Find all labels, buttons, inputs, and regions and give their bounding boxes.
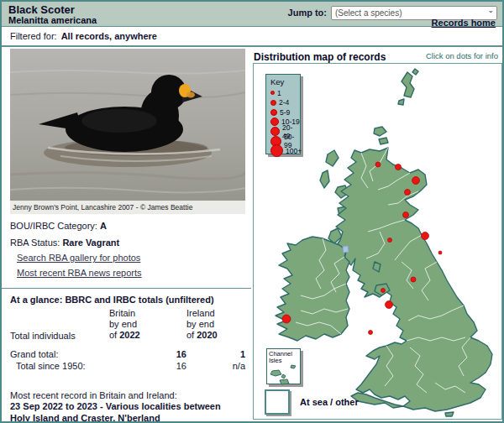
map-key: Key 12-45-910-1920-4950-99100+ [265, 74, 301, 154]
recent-record-line2: Holy Island and Craster, N'berland [10, 412, 245, 423]
grand-total-ireland: 1 [186, 348, 245, 360]
filter-bar: Filtered for:All records, anywhere [2, 27, 502, 47]
species-info-panel: Jenny Brown's Point, Lancashire 2007 - ©… [2, 47, 251, 422]
key-item-label: 5-9 [280, 108, 290, 117]
record-dot[interactable] [369, 331, 373, 335]
bou-category-value: A [100, 221, 107, 231]
records-home-link[interactable]: Records home [432, 18, 496, 28]
record-dot[interactable] [388, 238, 392, 243]
since-1950-britain: 16 [109, 360, 186, 372]
at-sea-label: At sea / other [300, 397, 359, 407]
map-key-title: Key [270, 77, 300, 86]
news-reports-link[interactable]: Most recent RBA news reports [17, 268, 245, 278]
species-records-page: Black Scoter Melanitta americana Jump to… [0, 0, 504, 423]
lough-neagh [343, 246, 349, 253]
filter-label: Filtered for: [10, 31, 57, 41]
key-item-label: 2-4 [279, 98, 289, 107]
at-sea-box[interactable] [265, 389, 290, 415]
key-dot-icon [270, 144, 283, 157]
totals-row-label: Total individuals [10, 307, 109, 342]
key-dot-icon [270, 118, 279, 126]
record-dot[interactable] [386, 301, 393, 309]
rba-status-label: RBA Status: [10, 238, 60, 248]
photo-caption: Jenny Brown's Point, Lancashire 2007 - ©… [10, 201, 245, 214]
key-dot-icon [270, 91, 275, 95]
recent-record-label: Most recent record in Britain and Irelan… [10, 390, 245, 400]
key-item: 100+ [270, 146, 300, 156]
table-row: Grand total: 16 1 [10, 348, 245, 360]
key-item: 2-4 [270, 98, 300, 108]
channel-isles-map [267, 364, 300, 386]
recent-record-line1: 23 Sep 2022 to 2023 - Various localities… [10, 400, 245, 412]
key-dot-icon [270, 109, 277, 116]
key-item-label: 1 [277, 89, 281, 97]
record-dot[interactable] [412, 177, 420, 185]
rba-status-value: Rare Vagrant [62, 238, 119, 248]
jump-to-label: Jump to: [288, 8, 327, 18]
grand-total-britain: 16 [109, 348, 186, 360]
key-item-label: 100+ [286, 147, 302, 155]
key-item: 1 [270, 88, 300, 98]
record-dot[interactable] [411, 277, 416, 282]
gallery-link[interactable]: Search RBA gallery for photos [17, 253, 245, 263]
header-bar: Black Scoter Melanitta americana Jump to… [2, 2, 502, 27]
record-dot[interactable] [403, 212, 409, 218]
key-item: 5-9 [270, 107, 300, 118]
key-dot-icon [270, 100, 276, 106]
species-photo [10, 49, 245, 201]
totals-heading: At a glance: BBRC and IRBC totals (unfil… [10, 295, 245, 305]
table-row: Total since 1950: 16 n/a [10, 360, 245, 372]
ireland-column-header: Ireland by end of 2020 [186, 307, 245, 342]
channel-isles-label: Channel Isles [267, 349, 300, 364]
record-dot[interactable] [422, 232, 429, 240]
rba-status-line: RBA Status: Rare Vagrant [10, 238, 245, 248]
grand-total-label: Grand total: [10, 348, 109, 360]
filter-value: All records, anywhere [61, 31, 157, 41]
record-dot[interactable] [381, 289, 386, 293]
most-recent-record: Most recent record in Britain and Irelan… [10, 390, 245, 423]
map-heading: Distribution map of records [254, 51, 386, 63]
record-dot[interactable] [375, 162, 381, 167]
record-dot[interactable] [438, 251, 442, 254]
map-key-items: 12-45-910-1920-4950-99100+ [270, 88, 300, 156]
since-1950-label: Total since 1950: [10, 360, 109, 372]
distribution-map-panel: Distribution map of records Click on dot… [251, 47, 502, 422]
map-canvas: Key 12-45-910-1920-4950-99100+ Channel I… [253, 63, 502, 420]
britain-column-header: Britain by end of 2022 [109, 307, 186, 342]
key-dot-icon [270, 127, 280, 136]
map-hint: Click on dots for info [426, 51, 498, 60]
channel-isles-inset: Channel Isles [266, 348, 301, 384]
since-1950-ireland: n/a [186, 360, 245, 372]
at-sea-control: At sea / other [265, 389, 359, 415]
bou-category-label: BOU/IRBC Category: [10, 221, 97, 231]
record-dot[interactable] [282, 315, 291, 323]
bou-category-line: BOU/IRBC Category: A [10, 221, 245, 231]
record-dot[interactable] [405, 190, 411, 196]
totals-table: Total individuals Britain by end of 2022… [10, 307, 245, 372]
record-dot[interactable] [396, 164, 402, 170]
section-divider [2, 288, 251, 289]
